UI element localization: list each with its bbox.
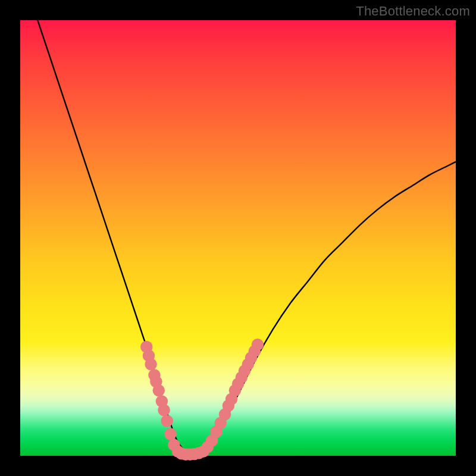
bottleneck-curve <box>37 20 456 454</box>
curve-marker <box>158 404 170 416</box>
chart-plot-area <box>20 20 456 456</box>
watermark-text: TheBottleneck.com <box>356 4 470 19</box>
curve-marker <box>145 358 157 371</box>
curve-marker <box>161 415 173 427</box>
chart-svg <box>20 20 456 456</box>
curve-markers <box>140 339 264 461</box>
curve-marker <box>153 384 165 397</box>
curve-marker <box>164 428 177 440</box>
chart-frame: TheBottleneck.com <box>0 0 476 476</box>
curve-marker <box>252 339 264 351</box>
